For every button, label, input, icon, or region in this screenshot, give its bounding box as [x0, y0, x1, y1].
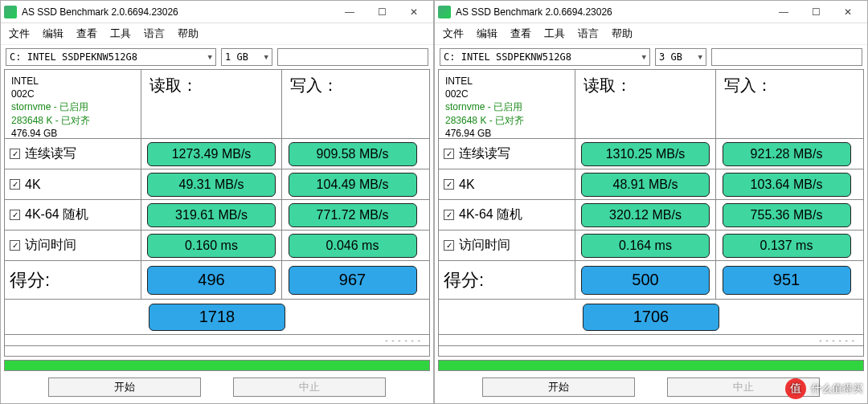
- test-row-k4: ✓4K49.31 MB/s104.49 MB/s: [5, 169, 429, 200]
- menubar: 文件编辑查看工具语言帮助: [435, 23, 867, 45]
- progress-bar: [438, 360, 864, 371]
- write-value: 0.046 ms: [289, 234, 417, 258]
- filter-input[interactable]: [277, 48, 428, 66]
- test-checkbox[interactable]: ✓: [444, 210, 454, 220]
- drive-select[interactable]: C: INTEL SSDPEKNW512G8▼: [6, 48, 216, 66]
- menu-item[interactable]: 工具: [110, 27, 131, 41]
- benchmark-window: AS SSD Benchmark 2.0.6694.23026—☐✕文件编辑查看…: [434, 0, 868, 404]
- read-value: 0.164 ms: [581, 234, 710, 258]
- status-strip: - - - - - -: [5, 335, 429, 346]
- progress-bar: [4, 360, 430, 371]
- info-row: INTEL002Cstornvme - 已启用283648 K - 已对齐476…: [5, 70, 429, 139]
- read-value: 320.12 MB/s: [581, 203, 710, 227]
- maximize-button[interactable]: ☐: [800, 2, 832, 22]
- write-value: 921.28 MB/s: [723, 142, 851, 166]
- total-score: 1718: [149, 304, 285, 331]
- benchmark-window: AS SSD Benchmark 2.0.6694.23026—☐✕文件编辑查看…: [0, 0, 434, 404]
- test-label: ✓4K: [439, 169, 575, 199]
- test-label: ✓访问时间: [5, 231, 141, 260]
- maximize-button[interactable]: ☐: [366, 2, 398, 22]
- read-value: 1273.49 MB/s: [147, 142, 276, 166]
- test-label: ✓4K-64 随机: [5, 200, 141, 230]
- minimize-button[interactable]: —: [768, 2, 800, 22]
- total-row: 1706: [439, 300, 863, 335]
- watermark: 值 什么值得买: [785, 378, 863, 399]
- write-value: 0.137 ms: [723, 234, 851, 258]
- start-button[interactable]: 开始: [482, 377, 635, 397]
- score-row: 得分:496967: [5, 261, 429, 300]
- window-title: AS SSD Benchmark 2.0.6694.23026: [456, 6, 768, 18]
- chevron-down-icon: ▼: [642, 53, 646, 61]
- test-checkbox[interactable]: ✓: [10, 240, 20, 251]
- chevron-down-icon: ▼: [698, 53, 702, 61]
- stop-button: 中止: [233, 377, 386, 397]
- minimize-button[interactable]: —: [334, 2, 366, 22]
- chevron-down-icon: ▼: [208, 53, 212, 61]
- test-label: ✓4K-64 随机: [439, 200, 575, 230]
- menu-item[interactable]: 查看: [76, 27, 97, 41]
- test-row-acc: ✓访问时间0.160 ms0.046 ms: [5, 231, 429, 261]
- write-value: 909.58 MB/s: [289, 142, 417, 166]
- test-row-seq: ✓连续读写1273.49 MB/s909.58 MB/s: [5, 139, 429, 169]
- menu-item[interactable]: 帮助: [612, 27, 633, 41]
- menu-item[interactable]: 文件: [9, 27, 30, 41]
- write-value: 103.64 MB/s: [723, 173, 851, 197]
- test-row-k464: ✓4K-64 随机319.61 MB/s771.72 MB/s: [5, 200, 429, 231]
- score-label: 得分:: [439, 261, 575, 299]
- app-icon: [4, 6, 17, 18]
- size-select[interactable]: 1 GB▼: [221, 48, 272, 66]
- read-value: 49.31 MB/s: [147, 173, 276, 197]
- read-score: 496: [147, 266, 276, 295]
- chevron-down-icon: ▼: [264, 53, 268, 61]
- test-checkbox[interactable]: ✓: [444, 179, 454, 190]
- write-header: 写入：: [716, 70, 857, 138]
- titlebar: AS SSD Benchmark 2.0.6694.23026—☐✕: [1, 1, 433, 23]
- read-value: 319.61 MB/s: [147, 203, 276, 227]
- test-checkbox[interactable]: ✓: [10, 149, 20, 159]
- score-label: 得分:: [5, 261, 141, 299]
- read-header: 读取：: [575, 70, 716, 138]
- filter-input[interactable]: [711, 48, 862, 66]
- test-checkbox[interactable]: ✓: [444, 149, 454, 159]
- test-label: ✓连续读写: [5, 139, 141, 169]
- test-label: ✓访问时间: [439, 231, 575, 260]
- write-score: 967: [289, 266, 417, 295]
- watermark-icon: 值: [785, 378, 806, 399]
- watermark-text: 什么值得买: [811, 382, 863, 396]
- test-checkbox[interactable]: ✓: [10, 179, 20, 190]
- results-grid: INTEL002Cstornvme - 已启用283648 K - 已对齐476…: [4, 69, 430, 357]
- menu-item[interactable]: 编辑: [477, 27, 497, 41]
- app-icon: [438, 6, 451, 18]
- test-label: ✓连续读写: [439, 139, 575, 169]
- menu-item[interactable]: 文件: [443, 27, 464, 41]
- titlebar: AS SSD Benchmark 2.0.6694.23026—☐✕: [435, 1, 867, 23]
- menu-item[interactable]: 语言: [578, 27, 599, 41]
- menu-item[interactable]: 编辑: [43, 27, 63, 41]
- test-checkbox[interactable]: ✓: [444, 240, 454, 251]
- close-button[interactable]: ✕: [398, 2, 430, 22]
- test-row-acc: ✓访问时间0.164 ms0.137 ms: [439, 231, 863, 261]
- total-row: 1718: [5, 300, 429, 335]
- drive-info: INTEL002Cstornvme - 已启用283648 K - 已对齐476…: [5, 70, 141, 138]
- menu-item[interactable]: 工具: [544, 27, 565, 41]
- close-button[interactable]: ✕: [832, 2, 864, 22]
- test-row-seq: ✓连续读写1310.25 MB/s921.28 MB/s: [439, 139, 863, 169]
- test-row-k4: ✓4K48.91 MB/s103.64 MB/s: [439, 169, 863, 200]
- read-value: 0.160 ms: [147, 234, 276, 258]
- menu-item[interactable]: 语言: [144, 27, 165, 41]
- results-grid: INTEL002Cstornvme - 已启用283648 K - 已对齐476…: [438, 69, 864, 357]
- drive-select[interactable]: C: INTEL SSDPEKNW512G8▼: [440, 48, 650, 66]
- test-row-k464: ✓4K-64 随机320.12 MB/s755.36 MB/s: [439, 200, 863, 231]
- window-title: AS SSD Benchmark 2.0.6694.23026: [22, 6, 334, 18]
- size-select[interactable]: 3 GB▼: [655, 48, 706, 66]
- menu-item[interactable]: 查看: [510, 27, 531, 41]
- read-value: 48.91 MB/s: [581, 173, 710, 197]
- read-score: 500: [581, 266, 710, 295]
- info-row: INTEL002Cstornvme - 已启用283648 K - 已对齐476…: [439, 70, 863, 139]
- start-button[interactable]: 开始: [48, 377, 201, 397]
- write-value: 104.49 MB/s: [289, 173, 417, 197]
- write-value: 755.36 MB/s: [723, 203, 851, 227]
- total-score: 1706: [583, 304, 719, 331]
- test-checkbox[interactable]: ✓: [10, 210, 20, 220]
- menu-item[interactable]: 帮助: [178, 27, 199, 41]
